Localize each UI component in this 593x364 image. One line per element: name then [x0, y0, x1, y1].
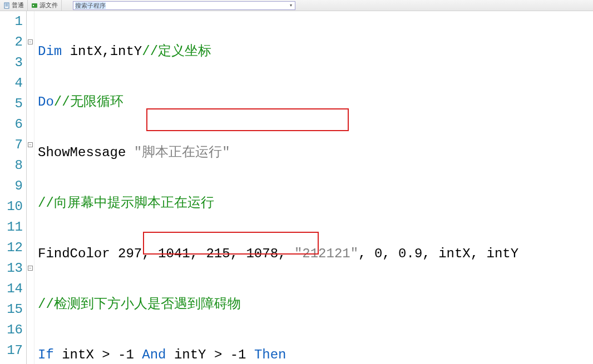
line-number: 5: [0, 93, 23, 114]
tab-source[interactable]: 源文件: [28, 0, 62, 11]
line-number: 17: [0, 340, 23, 361]
editor-toolbar: 普通 源文件 搜索子程序 ▾: [0, 0, 593, 11]
line-number: 11: [0, 217, 23, 237]
search-placeholder: 搜索子程序: [75, 2, 106, 9]
code-line: ShowMessage "脚本正在运行": [38, 142, 593, 163]
document-icon: [3, 2, 10, 9]
line-number: 15: [0, 299, 23, 320]
line-number: 13: [0, 258, 23, 278]
code-area[interactable]: Dim intX,intY//定义坐标 Do//无限循环 ShowMessage…: [34, 11, 593, 364]
line-number: 9: [0, 176, 23, 196]
code-line: If intX > -1 And intY > -1 Then: [38, 345, 593, 364]
line-number: 4: [0, 73, 23, 93]
line-number: 7: [0, 134, 23, 155]
line-number: 10: [0, 196, 23, 217]
search-subroutine-input[interactable]: 搜索子程序 ▾: [73, 1, 295, 10]
code-line: FindColor 297, 1041, 215, 1078, "212121"…: [38, 243, 593, 264]
fold-marker-icon[interactable]: −: [28, 266, 33, 271]
tab-source-label: 源文件: [39, 1, 58, 9]
line-number: 8: [0, 155, 23, 176]
line-number: 16: [0, 320, 23, 340]
fold-marker-icon[interactable]: −: [28, 39, 33, 44]
code-line: //向屏幕中提示脚本正在运行: [38, 193, 593, 213]
svg-rect-4: [32, 3, 37, 8]
fold-column: − − −: [27, 11, 34, 364]
line-number: 2: [0, 32, 23, 52]
highlight-box: [146, 108, 349, 131]
source-icon: [31, 2, 38, 9]
line-number: 14: [0, 278, 23, 299]
code-line: Do//无限循环: [38, 92, 593, 112]
tab-normal[interactable]: 普通: [0, 0, 28, 11]
code-line: //检测到下方小人是否遇到障碍物: [38, 294, 593, 315]
code-line: Dim intX,intY//定义坐标: [38, 41, 593, 62]
line-number: 12: [0, 237, 23, 258]
line-number: 1: [0, 11, 23, 32]
tab-normal-label: 普通: [12, 1, 24, 9]
line-number: 6: [0, 114, 23, 134]
fold-marker-icon[interactable]: −: [28, 142, 33, 147]
line-number-gutter: 1 2 3 4 5 6 7 8 9 10 11 12 13 14 15 16 1…: [0, 11, 27, 364]
code-editor[interactable]: 1 2 3 4 5 6 7 8 9 10 11 12 13 14 15 16 1…: [0, 11, 593, 364]
dropdown-icon[interactable]: ▾: [287, 2, 295, 9]
line-number: 3: [0, 52, 23, 73]
